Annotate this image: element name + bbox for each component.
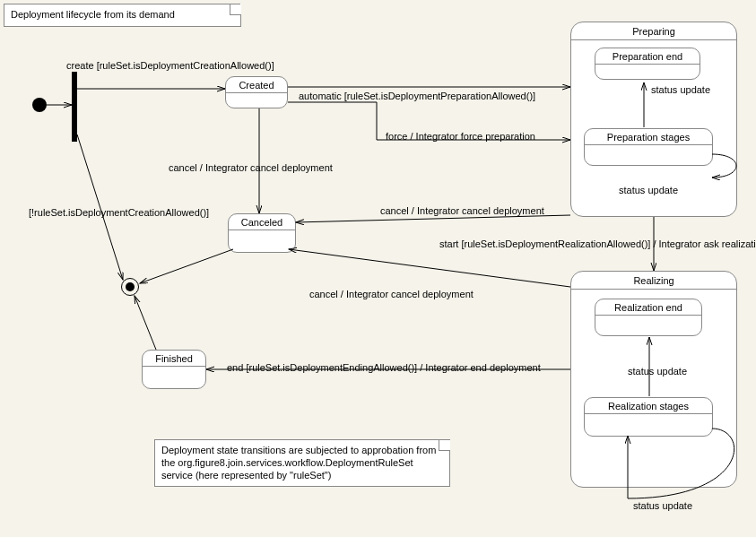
svg-line-7 xyxy=(289,249,570,287)
transition-create-label: create [ruleSet.isDeploymentCreationAllo… xyxy=(66,60,274,71)
state-finished-label: Finished xyxy=(150,353,198,366)
diagram-title-note: Deployment lifecycle from its demand xyxy=(4,4,241,27)
state-realization-end-label: Realization end xyxy=(603,302,694,315)
state-preparing-label: Preparing xyxy=(571,22,736,40)
state-preparation-end: Preparation end xyxy=(595,48,700,80)
svg-line-9 xyxy=(140,249,233,283)
final-state xyxy=(121,278,139,296)
state-preparation-end-label: Preparation end xyxy=(603,51,692,64)
state-realizing: Realizing Realization end Realization st… xyxy=(570,271,737,488)
state-canceled: Canceled xyxy=(228,213,296,253)
svg-line-5 xyxy=(296,215,570,222)
state-realization-stages: Realization stages xyxy=(584,397,713,437)
fork-bar xyxy=(72,72,77,142)
transition-start-realize-label: start [ruleSet.isDeploymentRealizationAl… xyxy=(439,238,756,249)
state-created: Created xyxy=(225,76,288,108)
transition-force-prepare-label: force / Integrator force preparation xyxy=(386,131,535,142)
state-realization-stages-label: Realization stages xyxy=(592,401,705,413)
transition-status-update-real-self-label: status update xyxy=(633,500,692,511)
transition-status-update-prep-inner-label: status update xyxy=(651,84,710,95)
transition-end-deploy-label: end [ruleSet.isDeploymentEndingAllowed()… xyxy=(227,362,541,373)
diagram-title-text: Deployment lifecycle from its demand xyxy=(11,9,175,20)
transition-cancel-created-label: cancel / Integrator cancel deployment xyxy=(169,162,333,173)
transition-status-update-prep-self-label: status update xyxy=(619,185,678,195)
state-realization-end: Realization end xyxy=(595,299,702,336)
transition-automatic-prepare-label: automatic [ruleSet.isDeploymentPreparati… xyxy=(299,91,535,101)
state-diagram-canvas: Deployment lifecycle from its demand Dep… xyxy=(0,0,756,537)
diagram-footnote-text: Deployment state transitions are subject… xyxy=(161,445,436,481)
state-preparation-stages: Preparation stages xyxy=(584,128,713,166)
transition-cancel-realizing-label: cancel / Integrator cancel deployment xyxy=(309,289,474,299)
state-created-label: Created xyxy=(233,80,280,92)
state-preparation-stages-label: Preparation stages xyxy=(592,132,705,144)
transition-cancel-preparing-label: cancel / Integrator cancel deployment xyxy=(380,205,544,216)
initial-state xyxy=(32,98,47,112)
state-realizing-label: Realizing xyxy=(571,272,736,290)
state-finished: Finished xyxy=(142,350,206,389)
state-canceled-label: Canceled xyxy=(236,217,288,230)
transition-not-allowed-label: [!ruleSet.isDeploymentCreationAllowed()] xyxy=(29,207,209,218)
transition-status-update-real-inner-label: status update xyxy=(628,366,687,377)
svg-line-10 xyxy=(135,296,156,350)
diagram-footnote: Deployment state transitions are subject… xyxy=(154,439,450,487)
